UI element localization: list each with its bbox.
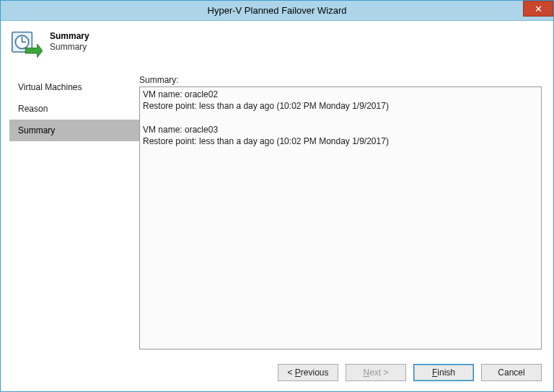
btn-text: Next >: [363, 368, 388, 378]
cancel-button[interactable]: Cancel: [481, 364, 542, 381]
finish-button[interactable]: Finish: [413, 364, 474, 381]
titlebar: Hyper-V Planned Failover Wizard ✕: [1, 1, 553, 21]
btn-text: < Previous: [287, 368, 328, 378]
btn-text: Cancel: [498, 368, 524, 378]
btn-text: Finish: [432, 368, 455, 378]
wizard-window: Hyper-V Planned Failover Wizard ✕ Summar…: [0, 0, 554, 392]
close-button[interactable]: ✕: [523, 1, 553, 17]
next-button: Next >: [346, 364, 406, 381]
summary-label: Summary:: [139, 75, 542, 85]
window-title: Hyper-V Planned Failover Wizard: [1, 5, 553, 16]
previous-button[interactable]: < Previous: [278, 364, 338, 381]
sidebar-item-reason[interactable]: Reason: [14, 98, 139, 120]
header-title: Summary: [50, 31, 89, 41]
wizard-sidebar: Virtual Machines Reason Summary: [1, 71, 139, 354]
wizard-body: Virtual Machines Reason Summary Summary:…: [1, 71, 553, 354]
sidebar-item-virtual-machines[interactable]: Virtual Machines: [14, 76, 139, 98]
wizard-footer: < Previous Next > Finish Cancel: [1, 354, 553, 391]
wizard-main: Summary: VM name: oracle02 Restore point…: [139, 71, 553, 354]
sidebar-item-summary[interactable]: Summary: [9, 120, 139, 141]
summary-icon: [11, 30, 43, 63]
summary-textbox[interactable]: VM name: oracle02 Restore point: less th…: [139, 86, 542, 349]
header-text: Summary Summary: [50, 30, 89, 52]
close-icon: ✕: [535, 4, 542, 14]
header-subtitle: Summary: [50, 42, 89, 52]
wizard-header: Summary Summary: [1, 21, 553, 71]
